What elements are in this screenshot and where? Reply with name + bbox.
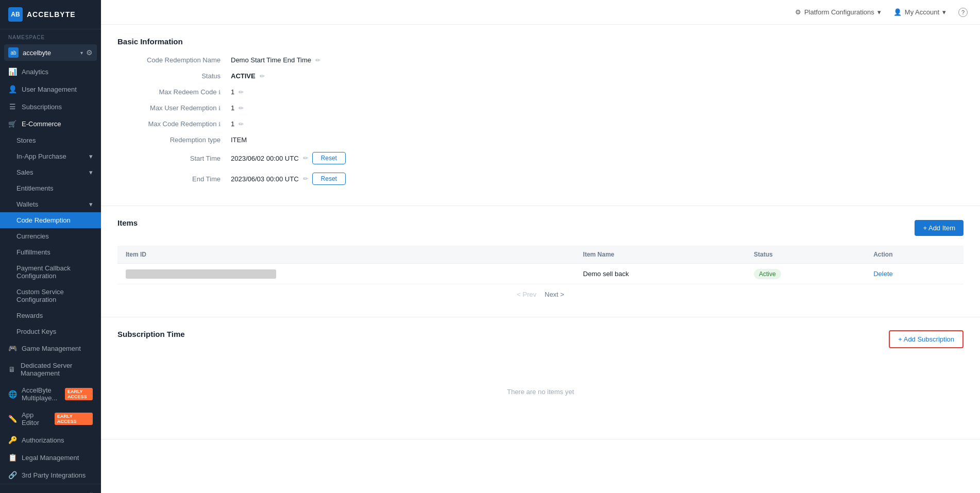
add-subscription-button[interactable]: + Add Subscription	[889, 330, 964, 348]
sidebar-collapse-button[interactable]: «	[0, 484, 101, 493]
field-value-status: ACTIVE ✏	[231, 72, 265, 80]
item-id-column-header: Item ID	[117, 246, 575, 264]
field-value-max-redeem-code: 1 ✏	[231, 88, 244, 96]
reset-end-time-button[interactable]: Reset	[312, 173, 346, 185]
sidebar-item-sales[interactable]: Sales ▾	[0, 164, 101, 180]
sidebar-item-dedicated-server[interactable]: 🖥 Dedicated Server Management	[0, 357, 101, 382]
field-label-end-time: End Time	[117, 175, 231, 183]
field-label-max-redeem-code: Max Redeem Code ℹ	[117, 88, 231, 96]
analytics-icon: 📊	[8, 67, 16, 76]
sidebar-item-subscriptions[interactable]: ☰ Subscriptions	[0, 98, 101, 115]
subscription-section: Subscription Time + Add Subscription The…	[101, 317, 980, 439]
sidebar-item-3rd-party[interactable]: 🔗 3rd Party Integrations	[0, 466, 101, 484]
field-row-end-time: End Time 2023/06/03 00:00 UTC ✏ Reset	[117, 173, 964, 185]
field-row-status: Status ACTIVE ✏	[117, 72, 964, 80]
wallets-chevron-icon: ▾	[89, 200, 93, 208]
logo-area: AB ACCELBYTE	[0, 0, 101, 29]
content-area: Basic Information Code Redemption Name D…	[101, 25, 980, 493]
item-name-column-header: Item Name	[575, 246, 746, 264]
in-app-chevron-icon: ▾	[89, 152, 93, 160]
delete-item-link[interactable]: Delete	[873, 270, 893, 278]
max-code-redemption-info-icon[interactable]: ℹ	[218, 121, 221, 127]
field-label-name: Code Redemption Name	[117, 56, 231, 64]
platform-configurations-button[interactable]: ⚙ Platform Configurations ▾	[795, 8, 881, 16]
sidebar-item-accelbyte-multiplayer[interactable]: 🌐 AccelByte Multiplaye... Early Access	[0, 382, 101, 406]
sidebar-item-code-redemption[interactable]: Code Redemption	[0, 212, 101, 228]
3rd-party-icon: 🔗	[8, 471, 16, 479]
items-section: Items + Add Item Item ID Item Name Statu…	[101, 206, 980, 317]
sidebar-item-legal-management[interactable]: 📋 Legal Management	[0, 449, 101, 466]
legal-management-icon: 📋	[8, 453, 16, 462]
subscriptions-icon: ☰	[8, 103, 16, 111]
field-value-redemption-type: ITEM	[231, 136, 247, 144]
sidebar-item-entitlements[interactable]: Entitlements	[0, 180, 101, 196]
namespace-selector[interactable]: ab accelbyte ▾ ⚙	[4, 44, 97, 61]
items-table-header: Item ID Item Name Status Action	[117, 246, 964, 264]
subscription-empty-state: There are no items yet	[117, 357, 964, 427]
sidebar-item-fulfillments[interactable]: Fulfillments	[0, 244, 101, 260]
item-action-cell: Delete	[865, 264, 964, 284]
field-label-max-user-redemption: Max User Redemption ℹ	[117, 104, 231, 112]
items-section-header: Items + Add Item	[117, 218, 964, 237]
sidebar-item-custom-service[interactable]: Custom Service Configuration	[0, 284, 101, 308]
edit-max-user-redemption-icon[interactable]: ✏	[239, 105, 244, 112]
next-page-button[interactable]: Next >	[545, 291, 564, 298]
sidebar-item-rewards[interactable]: Rewards	[0, 308, 101, 324]
subscription-section-title: Subscription Time	[117, 330, 185, 338]
edit-max-redeem-code-icon[interactable]: ✏	[239, 89, 244, 96]
authorizations-icon: 🔑	[8, 436, 16, 444]
sidebar-item-game-management[interactable]: 🎮 Game Management	[0, 339, 101, 357]
field-row-redemption-type: Redemption type ITEM	[117, 136, 964, 144]
sidebar-item-currencies[interactable]: Currencies	[0, 228, 101, 244]
sidebar-item-in-app-purchase[interactable]: In-App Purchase ▾	[0, 148, 101, 164]
help-icon: ?	[958, 8, 968, 17]
prev-page-button[interactable]: < Prev	[517, 291, 536, 298]
sidebar-item-user-management[interactable]: 👤 User Management	[0, 80, 101, 98]
max-redeem-code-info-icon[interactable]: ℹ	[218, 89, 221, 95]
app-editor-early-access-badge: Early Access	[55, 413, 93, 425]
items-section-title: Items	[117, 218, 138, 227]
multiplayer-icon: 🌐	[8, 390, 16, 398]
sidebar-item-payment-callback[interactable]: Payment Callback Configuration	[0, 260, 101, 284]
item-name-cell: Demo sell back	[575, 264, 746, 284]
platform-config-icon: ⚙	[795, 8, 801, 16]
game-management-icon: 🎮	[8, 344, 16, 352]
main-area: ⚙ Platform Configurations ▾ 👤 My Account…	[101, 0, 980, 493]
item-status-cell: Active	[746, 264, 865, 284]
help-button[interactable]: ?	[958, 8, 968, 17]
subscription-section-header: Subscription Time + Add Subscription	[117, 330, 964, 349]
field-label-redemption-type: Redemption type	[117, 136, 231, 144]
field-value-name: Demo Start Time End Time ✏	[231, 56, 320, 64]
namespace-chevron-icon: ▾	[80, 50, 83, 56]
field-value-start-time: 2023/06/02 00:00 UTC ✏ Reset	[231, 152, 346, 164]
edit-end-time-icon[interactable]: ✏	[303, 175, 308, 182]
app-editor-icon: ✏️	[8, 415, 16, 423]
sidebar-item-stores[interactable]: Stores	[0, 132, 101, 148]
field-label-start-time: Start Time	[117, 155, 231, 162]
reset-start-time-button[interactable]: Reset	[312, 152, 346, 164]
sidebar-item-authorizations[interactable]: 🔑 Authorizations	[0, 431, 101, 449]
namespace-settings-icon[interactable]: ⚙	[86, 48, 93, 57]
add-item-button[interactable]: + Add Item	[915, 220, 964, 236]
topbar: ⚙ Platform Configurations ▾ 👤 My Account…	[101, 0, 980, 25]
edit-start-time-icon[interactable]: ✏	[303, 155, 308, 162]
sidebar-item-product-keys[interactable]: Product Keys	[0, 324, 101, 339]
content-inner: Basic Information Code Redemption Name D…	[101, 25, 980, 493]
max-user-redemption-info-icon[interactable]: ℹ	[218, 105, 221, 111]
platform-config-chevron-icon: ▾	[877, 8, 881, 16]
my-account-icon: 👤	[893, 8, 902, 16]
namespace-name: accelbyte	[23, 49, 51, 57]
sidebar-item-app-editor[interactable]: ✏️ App Editor Early Access	[0, 406, 101, 431]
my-account-button[interactable]: 👤 My Account ▾	[893, 8, 946, 16]
status-badge: Active	[754, 269, 781, 279]
sidebar-item-analytics[interactable]: 📊 Analytics	[0, 63, 101, 80]
items-table-body: ██████████ ████████████ ████ Demo sell b…	[117, 264, 964, 284]
items-table: Item ID Item Name Status Action ████████…	[117, 246, 964, 284]
edit-status-icon[interactable]: ✏	[260, 73, 265, 80]
edit-max-code-redemption-icon[interactable]: ✏	[239, 121, 244, 128]
sidebar-item-ecommerce[interactable]: 🛒 E-Commerce	[0, 115, 101, 132]
my-account-chevron-icon: ▾	[942, 8, 946, 16]
namespace-icon: ab	[8, 47, 19, 58]
edit-name-icon[interactable]: ✏	[315, 57, 320, 64]
sidebar-item-wallets[interactable]: Wallets ▾	[0, 196, 101, 212]
